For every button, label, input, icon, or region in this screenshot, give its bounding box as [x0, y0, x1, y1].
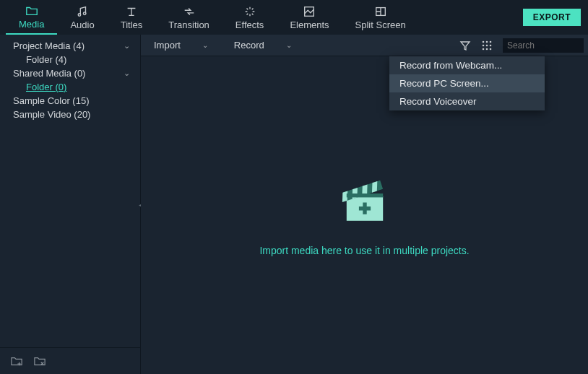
svg-point-10 — [483, 48, 485, 50]
import-dropdown[interactable]: Import ⌄ — [141, 35, 221, 56]
sidebar-item-label: Folder (4) — [26, 54, 66, 65]
sidebar-item-folder[interactable]: Folder (4) — [0, 53, 140, 66]
sidebar-item-label: Folder (0) — [26, 82, 66, 92]
music-icon — [76, 5, 89, 18]
split-screen-icon — [374, 5, 387, 18]
tab-elements[interactable]: Elements — [277, 0, 342, 35]
chevron-down-icon: ⌄ — [124, 41, 130, 51]
sidebar-item-shared-media[interactable]: Shared Media (0) ⌄ — [0, 66, 140, 80]
transition-icon — [183, 5, 196, 18]
sidebar-tree: Project Media (4) ⌄ Folder (4) Shared Me… — [0, 35, 140, 347]
sidebar-item-label: Project Media (4) — [13, 40, 85, 51]
svg-point-7 — [483, 44, 485, 46]
tab-split-screen[interactable]: Split Screen — [342, 0, 419, 35]
tab-transition[interactable]: Transition — [155, 0, 222, 35]
record-voiceover-item[interactable]: Record Voiceover — [389, 92, 545, 110]
svg-rect-19 — [371, 181, 376, 193]
tab-audio[interactable]: Audio — [57, 0, 107, 35]
tab-label: Effects — [235, 19, 264, 30]
toolbar: Import ⌄ Record ⌄ — [141, 35, 588, 56]
chevron-down-icon: ⌄ — [286, 41, 292, 49]
record-pc-screen-item[interactable]: Record PC Screen... — [389, 74, 545, 92]
folder-icon — [25, 4, 38, 17]
svg-point-9 — [490, 44, 492, 46]
svg-point-1 — [83, 12, 86, 14]
record-label: Record — [234, 40, 264, 51]
grid-view-icon[interactable] — [481, 40, 493, 51]
tab-label: Elements — [290, 19, 329, 30]
svg-rect-20 — [346, 193, 382, 197]
tab-effects[interactable]: Effects — [222, 0, 277, 35]
main: Import ⌄ Record ⌄ — [141, 35, 588, 374]
svg-point-12 — [490, 48, 492, 50]
svg-point-4 — [483, 40, 485, 43]
filter-icon[interactable] — [459, 40, 471, 51]
tab-label: Titles — [121, 19, 143, 30]
body: Project Media (4) ⌄ Folder (4) Shared Me… — [0, 35, 588, 374]
effects-icon — [243, 5, 256, 18]
svg-point-11 — [486, 48, 488, 50]
record-menu: Record from Webcam... Record PC Screen..… — [389, 56, 545, 110]
sidebar-item-folder-shared[interactable]: Folder (0) — [0, 80, 140, 94]
tab-label: Media — [19, 19, 44, 30]
record-dropdown[interactable]: Record ⌄ — [221, 35, 305, 56]
search-input[interactable] — [507, 40, 588, 51]
export-button[interactable]: EXPORT — [523, 9, 581, 26]
svg-point-6 — [490, 40, 492, 43]
delete-folder-icon[interactable] — [33, 355, 46, 367]
toolbar-right — [459, 38, 584, 53]
tab-media[interactable]: Media — [6, 0, 57, 35]
empty-hint: Import media here to use it in multiple … — [259, 245, 469, 256]
tab-label: Audio — [70, 19, 94, 30]
titles-icon — [125, 5, 138, 18]
record-webcam-item[interactable]: Record from Webcam... — [389, 56, 545, 74]
sidebar-item-sample-video[interactable]: Sample Video (20) — [0, 108, 140, 121]
clapperboard-icon — [339, 174, 391, 230]
chevron-down-icon: ⌄ — [124, 69, 130, 78]
top-tabs: Media Audio Titles Transition Effects El… — [0, 0, 588, 35]
sidebar: Project Media (4) ⌄ Folder (4) Shared Me… — [0, 35, 141, 374]
svg-point-0 — [78, 13, 81, 16]
sidebar-item-label: Sample Color (15) — [13, 95, 90, 106]
elements-icon — [303, 5, 316, 18]
new-folder-icon[interactable] — [10, 355, 23, 367]
sidebar-bottom — [0, 347, 140, 374]
sidebar-item-project-media[interactable]: Project Media (4) ⌄ — [0, 39, 140, 53]
sidebar-item-sample-color[interactable]: Sample Color (15) — [0, 94, 140, 108]
svg-point-8 — [486, 44, 488, 46]
tab-label: Split Screen — [355, 19, 406, 30]
chevron-down-icon: ⌄ — [202, 41, 208, 49]
sidebar-item-label: Sample Video (20) — [13, 109, 90, 120]
tab-titles[interactable]: Titles — [108, 0, 156, 35]
sidebar-item-label: Shared Media (0) — [13, 68, 85, 79]
svg-point-5 — [486, 40, 488, 43]
import-label: Import — [154, 40, 181, 51]
tab-label: Transition — [168, 19, 209, 30]
search-box[interactable] — [503, 38, 584, 53]
